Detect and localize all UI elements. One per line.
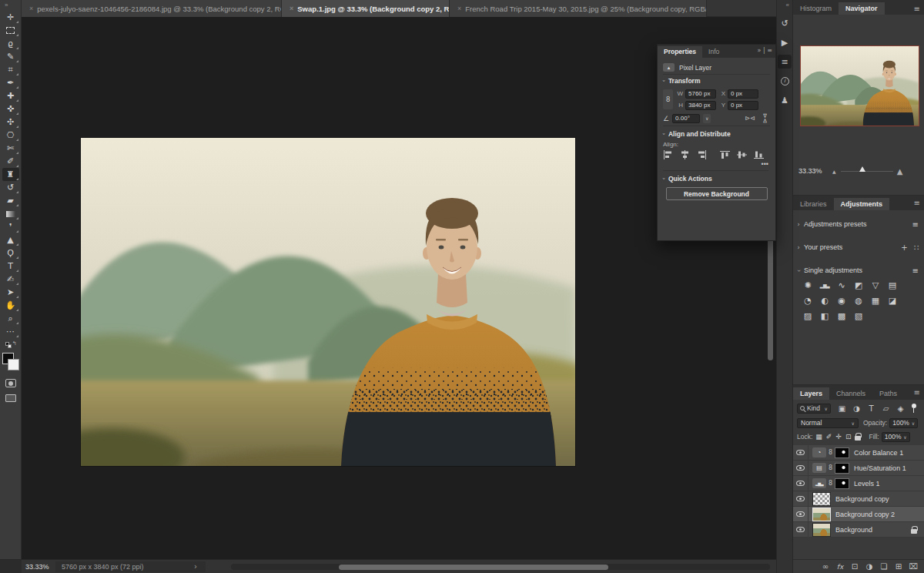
- navigator-zoom-slider[interactable]: [841, 171, 893, 172]
- properties-panel-icon[interactable]: ≡: [778, 55, 792, 69]
- dodge-tool[interactable]: Ϙ: [2, 246, 19, 260]
- Background copy[interactable]: Background copy: [793, 491, 924, 507]
- close-icon[interactable]: ×: [290, 5, 293, 12]
- align-bottom-edges-icon[interactable]: [754, 150, 764, 159]
- filter-type-layers-icon[interactable]: T: [866, 404, 876, 413]
- screen-mode-button[interactable]: [5, 394, 16, 402]
- zoom-tool[interactable]: ⌕: [2, 312, 19, 325]
- link-dimensions-icon[interactable]: 8: [663, 89, 673, 109]
- comments-panel-icon[interactable]: ♟: [778, 93, 792, 107]
- align-section-header[interactable]: › Align and Distribute: [663, 128, 770, 140]
- list-view-icon[interactable]: ≡: [912, 266, 919, 275]
- Levels 1[interactable]: ▂▆▃ 8 Levels 1: [793, 476, 924, 491]
- opacity-dropdown[interactable]: 100% ∨: [889, 418, 918, 428]
- tab-channels[interactable]: Channels: [829, 387, 872, 400]
- eye-icon[interactable]: [796, 450, 805, 455]
- layer-thumbnail[interactable]: [812, 523, 831, 537]
- navigator-menu-icon[interactable]: ≡: [914, 5, 920, 13]
- width-field[interactable]: [685, 89, 716, 99]
- remove-tool[interactable]: ⎔: [2, 129, 19, 142]
- adjustments-menu-icon[interactable]: ≡: [914, 199, 920, 207]
- color-lookup-icon[interactable]: ▦: [867, 293, 884, 308]
- channel-mixer-icon[interactable]: ◍: [850, 293, 867, 308]
- vibrance-icon[interactable]: ▽: [867, 277, 884, 293]
- navigator-preview[interactable]: [801, 46, 919, 126]
- blur-tool[interactable]: ❜: [2, 220, 19, 233]
- tab-histogram[interactable]: Histogram: [793, 2, 839, 15]
- info-panel-icon[interactable]: i: [778, 74, 792, 88]
- quick-mask-button[interactable]: [5, 379, 16, 387]
- visibility-cell[interactable]: [793, 491, 808, 507]
- filter-pixel-layers-icon[interactable]: ▣: [837, 404, 847, 413]
- exposure-icon[interactable]: ◩: [850, 277, 867, 293]
- layer-name[interactable]: Background copy: [835, 495, 889, 503]
- adjustment-layer-icon[interactable]: ◔: [812, 447, 826, 457]
- document-tab[interactable]: × pexels-julyo-saenz-1046456-2186084.jpg…: [22, 0, 282, 17]
- adjustment-layer-icon[interactable]: ▤: [812, 463, 826, 473]
- tab-libraries[interactable]: Libraries: [793, 198, 834, 210]
- layer-name[interactable]: Background: [835, 526, 872, 534]
- filter-kind-dropdown[interactable]: Kind ∨: [797, 404, 831, 414]
- new-adjustment-layer-icon[interactable]: ◑: [865, 562, 874, 571]
- rectangular-marquee-tool[interactable]: [2, 24, 19, 37]
- lasso-tool[interactable]: ϱ: [2, 37, 19, 50]
- brightness-contrast-icon[interactable]: ✺: [799, 277, 816, 293]
- layer-thumbnail[interactable]: [812, 508, 831, 521]
- Color Balance 1[interactable]: ◔ 8 Color Balance 1: [793, 445, 924, 461]
- invert-icon[interactable]: ◪: [884, 293, 901, 308]
- lock-all-icon[interactable]: [855, 436, 861, 441]
- eye-icon[interactable]: [796, 481, 805, 486]
- move-tool[interactable]: ✛: [2, 11, 19, 24]
- your-presets-row[interactable]: › Your presets + ∷: [793, 240, 924, 254]
- add-layer-mask-icon[interactable]: ⊡: [850, 562, 859, 571]
- crop-tool[interactable]: ⌗: [2, 63, 19, 76]
- content-aware-move-tool[interactable]: ✄: [2, 142, 19, 155]
- dock-collapse-icon[interactable]: «: [777, 0, 792, 11]
- status-zoom-level[interactable]: 33.33%: [25, 563, 49, 571]
- visibility-cell[interactable]: [793, 461, 808, 476]
- eyedropper-tool[interactable]: ✒: [2, 76, 19, 89]
- navigator-zoom-slider-thumb[interactable]: [859, 166, 865, 172]
- threshold-icon[interactable]: ◧: [816, 308, 833, 323]
- Background copy 2[interactable]: Background copy 2: [793, 507, 924, 522]
- visibility-cell[interactable]: [793, 507, 808, 522]
- single-adjustments-row[interactable]: › Single adjustments ≡: [793, 263, 924, 277]
- eraser-tool[interactable]: ▰: [2, 194, 19, 207]
- adjustments-presets-row[interactable]: › Adjustments presets ≡: [793, 217, 924, 231]
- filter-shape-layers-icon[interactable]: ▱: [881, 404, 891, 413]
- tab-layers[interactable]: Layers: [793, 387, 829, 400]
- eye-icon[interactable]: [796, 496, 805, 501]
- history-brush-tool[interactable]: ↺: [2, 181, 19, 194]
- layer-thumbnail[interactable]: [812, 492, 831, 506]
- navigator-zoom-value[interactable]: 33.33%: [798, 167, 829, 175]
- grid-view-icon[interactable]: ∷: [914, 243, 919, 252]
- gradient-tool[interactable]: [2, 207, 19, 220]
- delete-layer-icon[interactable]: ⌧: [909, 562, 918, 571]
- y-field[interactable]: [728, 101, 758, 110]
- object-selection-tool[interactable]: ✎: [2, 50, 19, 63]
- tab-adjustments[interactable]: Adjustments: [834, 198, 890, 210]
- hue-saturation-icon[interactable]: ▤: [884, 277, 901, 293]
- transform-section-header[interactable]: › Transform: [663, 75, 770, 87]
- type-tool[interactable]: T: [2, 260, 19, 273]
- edit-toolbar[interactable]: ⋯: [2, 325, 19, 338]
- height-field[interactable]: [685, 101, 716, 110]
- filter-adjustment-layers-icon[interactable]: ◑: [852, 404, 862, 413]
- lock-artboard-icon[interactable]: ⊡: [845, 433, 852, 441]
- clone-stamp-tool[interactable]: ♜: [2, 168, 19, 181]
- blend-mode-dropdown[interactable]: Normal ∨: [797, 418, 859, 428]
- eye-icon[interactable]: [796, 527, 805, 532]
- visibility-cell[interactable]: [793, 445, 808, 461]
- properties-header-icons[interactable]: » | ≡: [758, 47, 772, 54]
- align-more-icon[interactable]: •••: [663, 160, 768, 171]
- x-field[interactable]: [728, 89, 758, 99]
- visibility-cell[interactable]: [793, 522, 808, 538]
- brush-tool[interactable]: ✐: [2, 155, 19, 168]
- tab-paths[interactable]: Paths: [872, 387, 904, 400]
- align-horizontal-centers-icon[interactable]: [680, 150, 690, 159]
- tools-collapse-icon[interactable]: »: [0, 0, 21, 11]
- chevron-down-icon[interactable]: ∨: [703, 114, 711, 123]
- layer-name[interactable]: Levels 1: [854, 480, 880, 488]
- patch-tool[interactable]: ✣: [2, 116, 19, 129]
- lock-position-icon[interactable]: ✛: [835, 433, 842, 441]
